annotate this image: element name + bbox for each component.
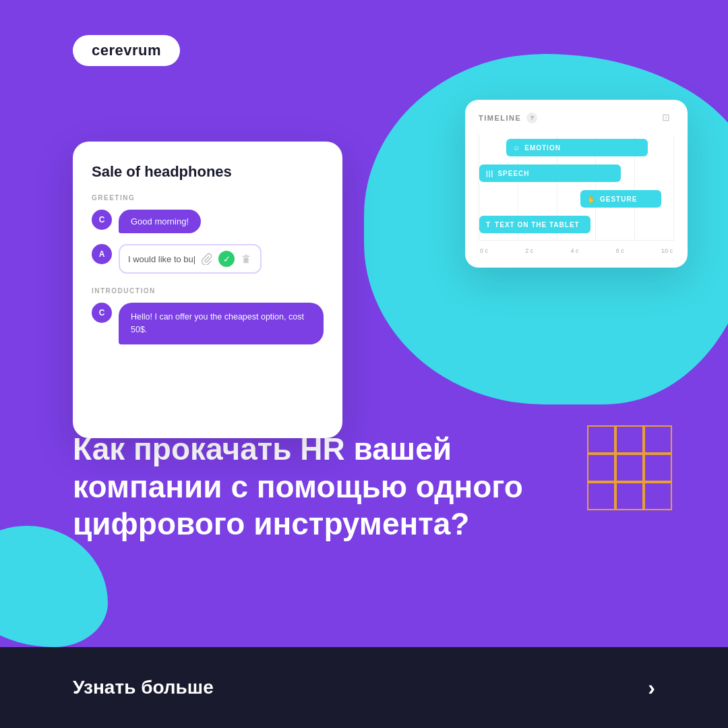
- timeline-card: TIMELINE ? ⊡ ☺ EMOTION: [465, 100, 688, 268]
- timeline-row-gesture: ✋ GESTURE: [479, 189, 674, 209]
- intro-row: C Hello! I can offer you the cheapest op…: [92, 303, 324, 344]
- avatar-a: A: [92, 244, 112, 264]
- svg-rect-2: [245, 255, 247, 256]
- attach-icon: [201, 253, 213, 265]
- timeline-header: TIMELINE ? ⊡: [479, 112, 674, 124]
- expand-icon[interactable]: ⊡: [662, 112, 674, 124]
- greeting-label: GREETING: [92, 194, 324, 202]
- chat-input-icons: ✓: [201, 251, 252, 267]
- headline-text: Как прокачать HR вашей компании с помощь…: [73, 431, 655, 543]
- timeline-help[interactable]: ?: [526, 113, 537, 123]
- axis-10: 10 c: [661, 247, 673, 254]
- text-bar: T TEXT ON THE TABLET: [479, 216, 590, 233]
- chat-input-text: I would like to bu|: [128, 254, 195, 264]
- axis-4: 4 c: [570, 247, 578, 254]
- avatar-c: C: [92, 210, 112, 230]
- text-label: TEXT ON THE TABLET: [495, 221, 580, 229]
- text-icon: T: [486, 221, 491, 229]
- timeline-row-emotion: ☺ EMOTION: [479, 138, 674, 158]
- avatar-c-2: C: [92, 303, 112, 323]
- bubble-morning: Good morning!: [119, 210, 201, 233]
- timeline-row-speech: ||| SPEECH: [479, 163, 674, 183]
- arrow-icon: ›: [648, 675, 655, 700]
- main-area: cerevrum Sale of headphones GREETING C G…: [0, 0, 728, 647]
- bubble-intro: Hello! I can offer you the cheapest opti…: [119, 303, 324, 344]
- speech-icon: |||: [486, 170, 493, 177]
- gesture-icon: ✋: [587, 195, 596, 203]
- intro-section: INTRODUCTION C Hello! I can offer you th…: [92, 287, 324, 344]
- speech-bar: ||| SPEECH: [479, 164, 621, 182]
- timeline-row-text: T TEXT ON THE TABLET: [479, 214, 674, 235]
- logo-text: cerevrum: [92, 42, 161, 59]
- cta-text: Узнать больше: [73, 677, 214, 698]
- greeting-row: C Good morning!: [92, 210, 324, 233]
- emotion-icon: ☺: [513, 144, 520, 152]
- speech-label: SPEECH: [497, 170, 529, 177]
- headline-line3: цифрового инструмента?: [73, 506, 469, 541]
- headline: Как прокачать HR вашей компании с помощь…: [73, 431, 655, 543]
- timeline-grid: ☺ EMOTION ||| SPEECH ✋ GESTURE: [479, 135, 674, 241]
- chat-card-title: Sale of headphones: [92, 163, 324, 181]
- svg-rect-1: [243, 256, 250, 257]
- intro-label: INTRODUCTION: [92, 287, 324, 295]
- delete-icon[interactable]: [240, 253, 252, 265]
- timeline-axis: 0 c 2 c 4 c 6 c 10 c: [479, 247, 674, 254]
- timeline-label: TIMELINE: [479, 114, 521, 122]
- gesture-label: GESTURE: [600, 195, 637, 203]
- bottom-bar[interactable]: Узнать больше ›: [0, 647, 728, 728]
- axis-0: 0 c: [480, 247, 488, 254]
- chat-card: Sale of headphones GREETING C Good morni…: [73, 142, 342, 438]
- gesture-bar: ✋ GESTURE: [580, 190, 661, 208]
- logo[interactable]: cerevrum: [73, 35, 180, 66]
- chat-input-field[interactable]: I would like to bu| ✓: [119, 244, 262, 274]
- emotion-label: EMOTION: [524, 144, 561, 152]
- confirm-icon[interactable]: ✓: [218, 251, 235, 267]
- svg-rect-0: [244, 257, 249, 263]
- emotion-bar: ☺ EMOTION: [506, 139, 648, 156]
- input-row: A I would like to bu| ✓: [92, 244, 324, 274]
- timeline-title-row: TIMELINE ?: [479, 113, 537, 123]
- headline-line2: компании с помощью одного: [73, 469, 523, 504]
- axis-2: 2 c: [525, 247, 533, 254]
- axis-6: 6 c: [616, 247, 624, 254]
